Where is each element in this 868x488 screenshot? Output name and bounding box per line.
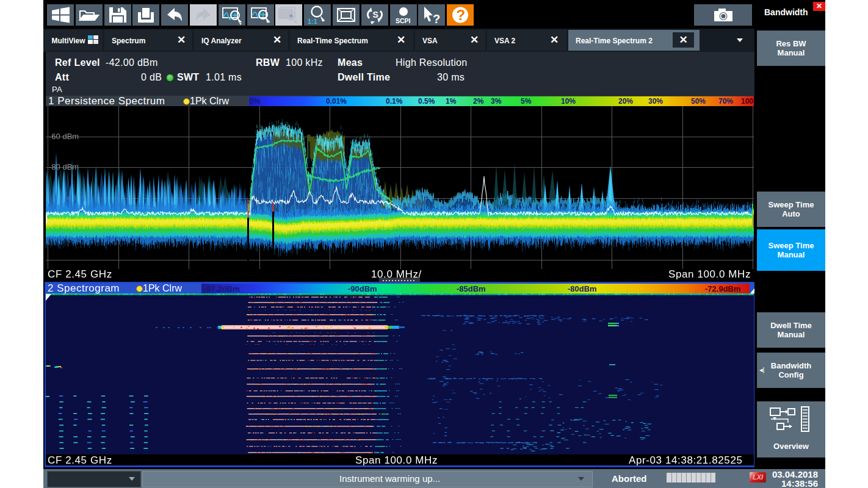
svg-text:SCPI: SCPI [396,17,411,24]
svg-text:S: S [373,10,378,20]
svg-text:1:1: 1:1 [308,18,317,25]
svg-text:?: ? [433,12,440,26]
svg-text:?: ? [457,7,466,23]
